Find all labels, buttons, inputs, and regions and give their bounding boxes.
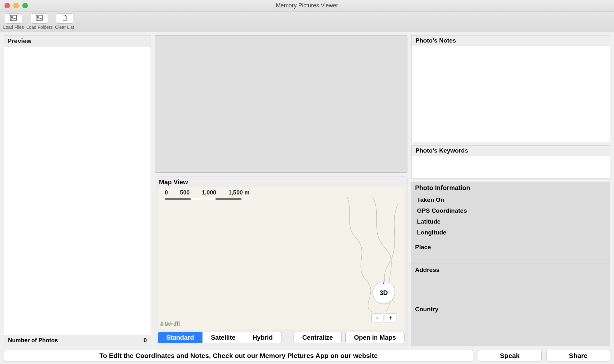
load-folders-button[interactable]: Load Folders (27, 13, 53, 30)
scale-tick-1000: 1,000 (202, 189, 216, 196)
photo-count-bar: Number of Photos 0 (4, 335, 151, 346)
place-label: Place (411, 241, 610, 260)
map-panel: Map View 0 500 1,000 1,500 m (155, 177, 407, 346)
notes-body[interactable] (412, 46, 610, 142)
preview-header: Preview (4, 35, 151, 47)
toolbar: Load Files Load Folders Clear List (0, 12, 614, 32)
longitude-label: Longitude (411, 228, 610, 237)
taken-on-label: Taken On (411, 195, 610, 204)
image-file-icon (10, 15, 17, 22)
minus-icon: − (375, 314, 379, 322)
footer-notice: To Edit the Coordinates and Notes, Check… (4, 350, 473, 361)
titlebar: Memory Pictures Viewer (0, 0, 614, 12)
image-viewer[interactable] (155, 35, 407, 173)
map-zoom-controls: − + (371, 313, 397, 322)
scale-tick-0: 0 (165, 189, 168, 196)
country-label: Country (411, 303, 610, 322)
open-in-maps-button[interactable]: Open in Maps (345, 332, 405, 343)
photos-notes-panel: Photo's Notes (411, 35, 610, 142)
map-scale-labels: 0 500 1,000 1,500 m (165, 189, 249, 196)
share-button[interactable]: Share (546, 350, 610, 361)
map-type-hybrid[interactable]: Hybrid (244, 332, 281, 343)
clear-list-button[interactable]: Clear List (55, 13, 74, 30)
photos-keywords-panel: Photo's Keywords (411, 145, 610, 178)
scale-tick-500: 500 (180, 189, 190, 196)
image-folder-icon (36, 15, 43, 22)
document-icon (61, 15, 68, 22)
clear-list-label: Clear List (55, 25, 74, 30)
map-3d-compass-button[interactable]: 3D (373, 281, 395, 304)
photo-information-panel: Photo Information Taken On GPS Coordinat… (411, 182, 610, 346)
gps-coordinates-label: GPS Coordinates (411, 206, 610, 215)
latitude-label: Latitude (411, 217, 610, 226)
map-footer: Standard Satellite Hybrid Centralize Ope… (155, 329, 407, 346)
zoom-out-button[interactable]: − (371, 313, 383, 322)
svg-point-3 (37, 17, 39, 18)
keywords-body[interactable] (412, 156, 610, 178)
compass-label: 3D (380, 289, 388, 297)
map-scale-bar (165, 198, 241, 200)
right-column: Photo's Notes Photo's Keywords Photo Inf… (411, 35, 610, 346)
zoom-in-button[interactable]: + (385, 313, 397, 322)
main-area: Preview Number of Photos 0 Map View 0 50… (0, 32, 614, 349)
map-attribution: 高德地图 (160, 321, 180, 328)
load-files-button[interactable]: Load Files (3, 13, 24, 30)
notes-header: Photo's Notes (412, 36, 610, 46)
speak-button[interactable]: Speak (478, 350, 542, 361)
photo-count-value: 0 (144, 337, 147, 344)
centralize-button[interactable]: Centralize (294, 332, 342, 343)
photo-count-label: Number of Photos (8, 337, 58, 344)
address-label: Address (411, 264, 610, 299)
map-header: Map View (155, 177, 407, 187)
preview-panel: Preview Number of Photos 0 (4, 35, 151, 346)
window-title: Memory Pictures Viewer (0, 2, 614, 9)
svg-point-1 (12, 17, 13, 18)
center-column: Map View 0 500 1,000 1,500 m (155, 35, 407, 346)
map-type-satellite[interactable]: Satellite (203, 332, 244, 343)
load-folders-label: Load Folders (27, 25, 53, 30)
map-canvas[interactable]: 0 500 1,000 1,500 m 3D − (158, 187, 405, 329)
scale-tick-1500: 1,500 m (228, 189, 249, 196)
map-type-standard[interactable]: Standard (158, 332, 203, 343)
plus-icon: + (389, 314, 393, 322)
footer-bar: To Edit the Coordinates and Notes, Check… (4, 350, 610, 361)
map-type-segmented: Standard Satellite Hybrid (158, 332, 281, 343)
keywords-header: Photo's Keywords (412, 146, 610, 156)
info-header: Photo Information (411, 184, 610, 194)
load-files-label: Load Files (3, 25, 24, 30)
preview-list[interactable] (4, 47, 151, 335)
